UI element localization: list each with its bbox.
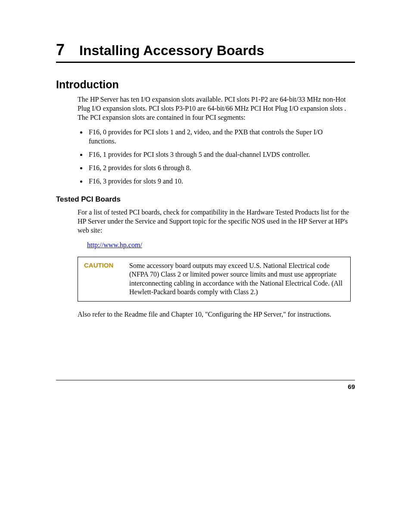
hp-website-link[interactable]: http://www.hp.com/ — [87, 241, 142, 249]
list-item: F16, 3 provides for slots 9 and 10. — [87, 177, 351, 186]
section-heading-introduction: Introduction — [56, 78, 355, 91]
chapter-number: 7 — [56, 41, 79, 59]
caution-label: CAUTION — [84, 261, 129, 297]
intro-paragraph: The HP Server has ten I/O expansion slot… — [78, 95, 351, 122]
chapter-heading: 7 Installing Accessory Boards — [56, 41, 355, 63]
page-content: 7 Installing Accessory Boards Introducti… — [0, 0, 411, 319]
caution-text: Some accessory board outputs may exceed … — [129, 261, 344, 297]
caution-box: CAUTION Some accessory board outputs may… — [78, 257, 351, 302]
section-heading-tested-pci: Tested PCI Boards — [56, 195, 355, 204]
closing-paragraph: Also refer to the Readme file and Chapte… — [78, 310, 351, 319]
list-item: F16, 0 provides for PCI slots 1 and 2, v… — [87, 128, 351, 146]
page-number: 69 — [348, 383, 355, 390]
page-footer: 69 — [56, 380, 355, 391]
list-item: F16, 2 provides for slots 6 through 8. — [87, 164, 351, 173]
chapter-title: Installing Accessory Boards — [79, 43, 264, 59]
list-item: F16, 1 provides for PCI slots 3 through … — [87, 150, 351, 159]
tested-pci-paragraph: For a list of tested PCI boards, check f… — [78, 208, 351, 235]
pci-segment-list: F16, 0 provides for PCI slots 1 and 2, v… — [78, 128, 351, 186]
